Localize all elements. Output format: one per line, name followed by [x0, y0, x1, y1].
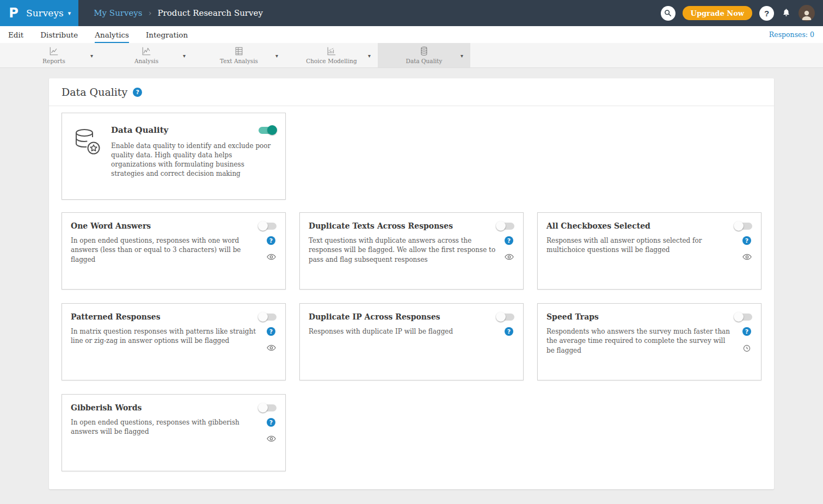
card-title: Duplicate IP Across Responses: [309, 312, 440, 321]
quality-card: Duplicate IP Across Responses Responses …: [299, 303, 524, 380]
quality-card: Duplicate Texts Across Responses Text qu…: [299, 212, 524, 290]
help-button[interactable]: [759, 6, 774, 21]
toolbar-item-reports[interactable]: Reports: [8, 43, 100, 67]
app-switcher[interactable]: P Surveys: [0, 0, 78, 26]
feature-main: Data Quality Enable data quality to iden…: [111, 125, 277, 199]
toggle-knob: [496, 221, 506, 231]
card-toggle[interactable]: [259, 404, 277, 411]
search-icon: [664, 9, 672, 17]
card-icon-rail: [266, 327, 277, 351]
survey-nav: Edit Distribute Analytics Integration Re…: [0, 26, 823, 43]
card-icon-rail: [266, 418, 277, 442]
card-description: Responses with duplicate IP will be flag…: [309, 327, 503, 336]
eye-icon[interactable]: [267, 435, 276, 442]
responses-count[interactable]: Responses: 0: [769, 26, 814, 43]
toolbar-label: Text Analysis: [220, 58, 258, 64]
toolbar-item-analysis[interactable]: Analysis: [100, 43, 193, 67]
card-icon-rail: [503, 236, 514, 265]
content-area: Data Quality: [0, 68, 823, 504]
feature-description: Enable data quality to identify and excl…: [111, 142, 277, 179]
toolbar-item-choice-modelling[interactable]: Choice Modelling: [285, 43, 378, 67]
card-title: Patterned Responses: [71, 312, 161, 321]
toggle-knob: [258, 403, 268, 413]
card-toggle[interactable]: [259, 314, 277, 321]
data-quality-feature-card: Data Quality Enable data quality to iden…: [62, 113, 286, 200]
panel-header: Data Quality: [49, 78, 774, 106]
notifications-button[interactable]: [781, 8, 791, 19]
chevron-down-icon[interactable]: [368, 52, 371, 58]
card-title: Speed Traps: [546, 312, 599, 321]
card-title: One Word Answers: [71, 222, 151, 230]
chevron-down-icon[interactable]: [460, 52, 463, 58]
toggle-knob: [734, 312, 744, 322]
card-description: In open ended questions, responses with …: [71, 418, 266, 442]
quality-card: All Checkboxes Selected Responses with a…: [537, 212, 761, 290]
area-chart-icon: [142, 46, 151, 56]
card-toggle[interactable]: [734, 314, 752, 321]
toggle-knob: [258, 221, 268, 231]
breadcrumb-separator-icon: ›: [148, 8, 151, 18]
chevron-down-icon[interactable]: [90, 52, 93, 58]
tab-analytics[interactable]: Analytics: [95, 26, 129, 43]
card-toggle[interactable]: [496, 314, 514, 321]
eye-icon[interactable]: [505, 254, 514, 260]
card-description: In matrix question responses with patter…: [71, 327, 266, 351]
toolbar-item-text-analysis[interactable]: Text Analysis: [193, 43, 285, 67]
upgrade-button[interactable]: Upgrade Now: [683, 6, 752, 20]
help-icon[interactable]: [505, 327, 513, 336]
help-icon[interactable]: [267, 236, 275, 245]
quality-card: One Word Answers In open ended questions…: [62, 212, 286, 290]
table-document-icon: [234, 46, 244, 56]
eye-icon[interactable]: [742, 254, 752, 260]
card-toggle[interactable]: [734, 223, 752, 230]
toggle-knob: [267, 125, 277, 135]
avatar[interactable]: [799, 5, 815, 21]
card-icon-rail: [266, 236, 277, 265]
help-icon[interactable]: [133, 88, 142, 97]
card-description: In open ended questions, responses with …: [71, 236, 266, 265]
help-icon[interactable]: [267, 327, 275, 336]
chevron-down-icon: [68, 10, 71, 17]
search-button[interactable]: [661, 6, 675, 21]
card-title: All Checkboxes Selected: [546, 222, 650, 230]
card-toggle[interactable]: [259, 223, 277, 230]
help-icon[interactable]: [742, 327, 751, 336]
tab-distribute[interactable]: Distribute: [40, 26, 78, 43]
toolbar-item-data-quality[interactable]: Data Quality: [378, 43, 470, 67]
product-name: Surveys: [26, 8, 64, 19]
quality-card: Patterned Responses In matrix question r…: [62, 303, 286, 380]
chevron-down-icon[interactable]: [275, 52, 278, 58]
questionpro-logo: P: [5, 5, 22, 21]
card-icon-rail: [741, 236, 752, 260]
card-description: Respondents who answers the survey much …: [546, 327, 741, 355]
card-title: Duplicate Texts Across Responses: [309, 222, 453, 230]
chevron-down-icon[interactable]: [183, 52, 186, 58]
tab-integration[interactable]: Integration: [146, 26, 188, 43]
page-title: Data Quality: [62, 86, 127, 98]
toolbar-label: Analysis: [134, 58, 158, 64]
toolbar-label: Data Quality: [406, 58, 443, 64]
cards-grid: One Word Answers In open ended questions…: [62, 212, 761, 471]
card-title: Gibberish Words: [71, 403, 142, 412]
card-icon-rail: [741, 327, 752, 355]
card-toggle[interactable]: [496, 223, 514, 230]
toggle-knob: [496, 312, 506, 322]
help-icon[interactable]: [267, 418, 275, 427]
panel-body: Data Quality Enable data quality to iden…: [49, 106, 774, 471]
card-icon-rail: [503, 327, 514, 336]
eye-icon[interactable]: [267, 254, 276, 260]
clock-icon[interactable]: [743, 345, 751, 352]
eye-icon[interactable]: [267, 345, 276, 351]
scatter-chart-icon: [327, 46, 336, 56]
feature-title: Data Quality: [111, 125, 168, 135]
breadcrumb-my-surveys[interactable]: My Surveys: [94, 8, 142, 18]
bell-icon: [781, 8, 791, 19]
data-quality-master-toggle[interactable]: [259, 127, 277, 134]
toolbar-label: Reports: [42, 58, 65, 64]
help-icon[interactable]: [742, 236, 751, 245]
tab-edit[interactable]: Edit: [8, 26, 23, 43]
breadcrumb: My Surveys › Product Research Survey: [94, 8, 263, 18]
toggle-knob: [734, 221, 744, 231]
quality-card: Speed Traps Respondents who answers the …: [537, 303, 761, 380]
help-icon[interactable]: [505, 236, 513, 245]
